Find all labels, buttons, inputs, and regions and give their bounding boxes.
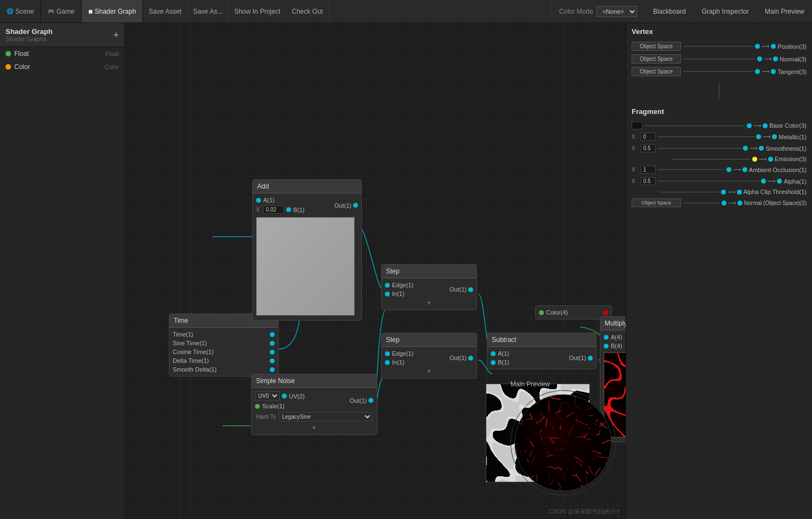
tangent-in-dot xyxy=(771,69,776,74)
sine-out-dot xyxy=(270,341,275,346)
metallic-input[interactable] xyxy=(640,133,656,141)
watermark: CSDN @呆呆敲代码的小Y xyxy=(549,507,620,516)
preview-sphere xyxy=(510,390,616,495)
fragment-normal-label: Object Space xyxy=(632,198,681,207)
ao-in-dot xyxy=(742,167,747,172)
node-simplenoise[interactable]: Simple Noise UV0 UV(2) Scale(1) xyxy=(251,374,377,435)
smoothness-input[interactable] xyxy=(640,144,656,152)
node-add[interactable]: Add A(1) X B(1) xyxy=(252,179,362,321)
color-out-dot xyxy=(539,310,544,315)
node-step2[interactable]: Step Edge(1) In(1) Out xyxy=(381,333,477,379)
noise-out-dot xyxy=(368,398,373,403)
add-preview xyxy=(256,217,355,316)
alpha-clip-line xyxy=(659,192,719,192)
panel-title: Shader Graph xyxy=(5,27,53,36)
step1-edge-dot xyxy=(385,283,390,288)
canvas-area[interactable]: Time Time(1) Sine Time(1) Cosine Time(1)… xyxy=(125,23,626,519)
main-layout: Shader Graph Shader Graphs + Float Float… xyxy=(0,23,812,519)
color-dot xyxy=(5,64,11,70)
fragment-section: Fragment ⟶ Base Color(3) X xyxy=(626,103,812,211)
node-step2-body: Edge(1) In(1) Out(1) ▼ xyxy=(382,347,476,378)
noise-chevron[interactable]: ▼ xyxy=(252,423,377,432)
delta-out-dot xyxy=(270,358,275,363)
step2-in-dot xyxy=(385,360,390,365)
color-mode-select[interactable]: <None> xyxy=(597,6,637,17)
alpha-clip-in-dot xyxy=(737,190,742,195)
tab-shader-graph[interactable]: ◼ Shader Graph xyxy=(82,0,143,22)
ao-input[interactable] xyxy=(640,166,656,174)
scene-icon: 🌐 xyxy=(7,8,13,14)
time-out-dot xyxy=(270,332,275,337)
node-step1-header: Step xyxy=(382,265,476,278)
step1-chevron[interactable]: ▼ xyxy=(382,298,476,307)
metallic-in-dot xyxy=(772,134,777,139)
subtract-out-dot xyxy=(588,356,593,361)
add-out-dot xyxy=(353,203,358,208)
noise-port-uv: UV0 UV(2) xyxy=(252,390,347,402)
fragment-normal-port-line: ⟶ Normal (Object Space)(3) xyxy=(683,200,807,206)
color-right-dot xyxy=(603,310,608,315)
step2-port-edge: Edge(1) xyxy=(382,349,446,358)
normal-line xyxy=(683,59,756,59)
show-in-project-button[interactable]: Show In Project xyxy=(229,0,286,22)
node-step2-header: Step xyxy=(382,333,476,347)
base-color-line xyxy=(645,126,745,126)
save-asset-button[interactable]: Save Asset xyxy=(143,0,188,22)
noise-port-scale: Scale(1) xyxy=(252,402,347,410)
property-float[interactable]: Float Float xyxy=(0,47,124,60)
panel-subtitle: Shader Graphs xyxy=(5,36,53,42)
uv-select[interactable]: UV0 xyxy=(255,391,280,401)
fragment-smoothness-row: X ⟶ Smoothness(1) xyxy=(632,142,807,154)
add-b-input[interactable] xyxy=(263,206,284,214)
top-bar: 🌐 Scene 🎮 Game ◼ Shader Graph Save Asset… xyxy=(0,0,812,23)
graph-inspector-button[interactable]: Graph Inspector xyxy=(694,0,757,22)
save-as-button[interactable]: Save As... xyxy=(188,0,229,22)
step2-chevron[interactable]: ▼ xyxy=(382,367,476,376)
add-port-b: X B(1) xyxy=(253,204,331,215)
node-time-body: Time(1) Sine Time(1) Cosine Time(1) Delt… xyxy=(169,328,278,376)
alpha-line xyxy=(658,181,759,181)
tangent-port-line: ⟶ Tangent(3) xyxy=(683,69,807,75)
multiply-b-dot xyxy=(604,344,609,349)
tab-game[interactable]: 🎮 Game xyxy=(41,0,82,22)
node-time[interactable]: Time Time(1) Sine Time(1) Cosine Time(1)… xyxy=(169,313,279,377)
fragment-title: Fragment xyxy=(632,107,807,116)
step2-port-in: In(1) xyxy=(382,358,446,367)
subtract-port-a: A(1) xyxy=(487,349,566,358)
property-color[interactable]: Color Color xyxy=(0,60,124,73)
tab-scene[interactable]: 🌐 Scene xyxy=(0,0,41,22)
multiply-port-b: B(4) xyxy=(600,341,626,350)
alpha-clip-port-line: ⟶ Alpha Clip Threshold(1) xyxy=(659,189,807,195)
ao-out-dot xyxy=(726,167,731,172)
position-out-dot xyxy=(755,44,760,49)
hash-type-select[interactable]: LegacySine xyxy=(279,412,373,421)
alpha-in-dot xyxy=(777,179,782,184)
alpha-input[interactable] xyxy=(640,177,656,185)
metallic-port-line: ⟶ Metallic(1) xyxy=(658,134,807,140)
check-out-button[interactable]: Check Out xyxy=(286,0,329,22)
node-subtract[interactable]: Subtract A(1) B(1) Out xyxy=(487,333,597,369)
emission-port-line: ⟶ Emission(3) xyxy=(672,156,807,162)
left-panel: Shader Graph Shader Graphs + Float Float… xyxy=(0,23,125,519)
metallic-line xyxy=(658,136,754,137)
preview-container xyxy=(510,390,620,497)
main-preview-button[interactable]: Main Preview xyxy=(757,0,812,22)
node-subtract-body: A(1) B(1) Out(1) xyxy=(487,347,596,369)
vertex-section: Vertex Object Space ⟶ Position(3) Object… xyxy=(626,23,812,80)
node-step1[interactable]: Step Edge(1) In(1) Out xyxy=(381,264,477,310)
blackboard-button[interactable]: Blackboard xyxy=(645,0,694,22)
base-color-port-line: ⟶ Base Color(3) xyxy=(645,122,807,129)
ao-port-line: ⟶ Ambient Occlusion(1) xyxy=(658,167,807,173)
add-property-button[interactable]: + xyxy=(113,30,119,40)
step1-in-dot xyxy=(385,292,390,296)
smoothness-out-dot xyxy=(743,146,748,151)
left-panel-title-group: Shader Graph Shader Graphs xyxy=(5,27,53,42)
add-a-in-dot xyxy=(256,198,261,203)
color-mode-control: Color Mode <None> xyxy=(551,0,645,22)
vertex-fragment-connector xyxy=(626,80,812,103)
left-panel-header: Shader Graph Shader Graphs + xyxy=(0,23,124,47)
node-add-header: Add xyxy=(253,180,361,193)
fragment-alpha-row: X ⟶ Alpha(1) xyxy=(632,175,807,187)
top-right-controls: Color Mode <None> Blackboard Graph Inspe… xyxy=(551,0,812,22)
node-subtract-header: Subtract xyxy=(487,333,596,347)
